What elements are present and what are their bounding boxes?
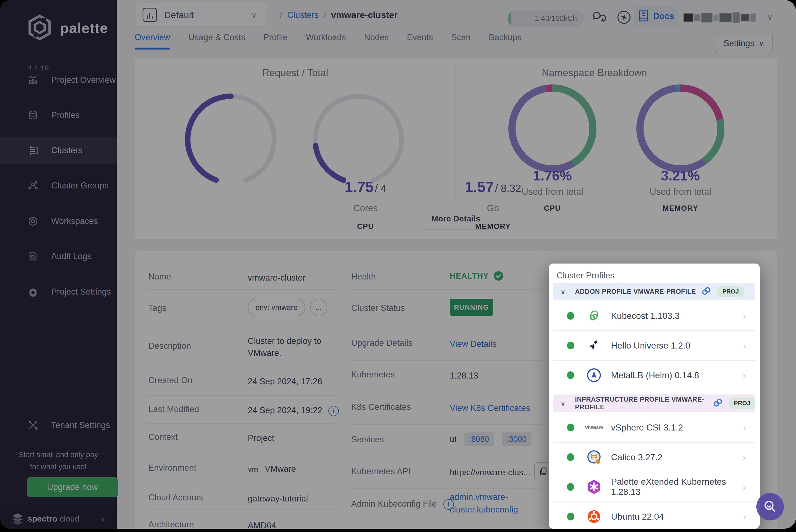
proj-badge: PROJ (717, 286, 744, 297)
chevron-right-icon: › (743, 452, 746, 463)
kubecost-icon (586, 308, 602, 323)
chevron-right-icon: › (743, 310, 746, 321)
app-window: palette 4.4.19 Project Overview Profiles (0, 0, 796, 529)
hello-universe-icon (586, 338, 602, 353)
profile-layer-row-palette-extended-kubernetes[interactable]: Palette eXtended Kubernetes 1.28.13 › (553, 473, 755, 501)
status-dot (567, 513, 574, 520)
ubuntu-icon (586, 509, 602, 524)
profile-layer-label: Hello Universe 1.2.0 (611, 341, 690, 351)
chevron-right-icon: › (743, 422, 746, 433)
status-dot (567, 342, 574, 349)
cluster-profiles-title: Cluster Profiles (557, 271, 614, 281)
addon-profile-header[interactable]: ∨ ADDON PROFILE VMWARE-PROFILE PROJ (553, 283, 755, 300)
status-dot (567, 424, 574, 431)
infrastructure-profile-header-text: INFRASTRUCTURE PROFILE VMWARE-PROFILE (575, 396, 707, 411)
status-dot (567, 372, 574, 379)
profile-layer-row-kubecost[interactable]: Kubecost 1.103.3 › (553, 302, 755, 329)
palette-extended-kubernetes-icon (586, 479, 602, 495)
link-icon (713, 398, 723, 409)
profile-layer-row-ubuntu[interactable]: Ubuntu 22.04 › (553, 503, 755, 529)
profile-layer-label: Kubecost 1.103.3 (611, 311, 680, 321)
status-dot (567, 483, 574, 491)
profile-layer-label: MetalLB (Helm) 0.14.8 (611, 370, 699, 380)
chevron-down-icon: ∨ (560, 287, 566, 296)
profile-layer-label: vSphere CSI 3.1.2 (611, 422, 683, 433)
help-search-fab[interactable] (756, 493, 784, 520)
addon-profile-header-text: ADDON PROFILE VMWARE-PROFILE (575, 288, 696, 296)
chevron-down-icon: ∨ (560, 399, 566, 408)
profile-layer-label: Palette eXtended Kubernetes 1.28.13 (611, 477, 755, 497)
status-dot (567, 453, 574, 461)
chevron-right-icon: › (743, 482, 746, 492)
calico-icon (586, 450, 602, 465)
profile-layer-row-calico[interactable]: Calico 3.27.2 › (553, 443, 755, 471)
proj-badge: PROJ (729, 398, 755, 409)
profile-layer-row-metallb[interactable]: MetalLB (Helm) 0.14.8 › (553, 361, 755, 389)
chevron-right-icon: › (743, 340, 746, 351)
profile-layer-label: Calico 3.27.2 (611, 452, 663, 462)
link-icon (701, 286, 711, 297)
chevron-right-icon: › (743, 511, 746, 522)
profile-layer-label: Ubuntu 22.04 (611, 512, 664, 522)
profile-layer-row-hello-universe[interactable]: Hello Universe 1.2.0 › (553, 332, 755, 359)
cluster-profiles-panel: Cluster Profiles ∨ ADDON PROFILE VMWARE-… (549, 264, 760, 529)
vmware-logo: vmware (586, 420, 602, 435)
status-dot (567, 312, 574, 320)
infrastructure-profile-header[interactable]: ∨ INFRASTRUCTURE PROFILE VMWARE-PROFILE … (553, 395, 755, 412)
profile-layer-row-vsphere-csi[interactable]: vmware vSphere CSI 3.1.2 › (553, 414, 755, 441)
chevron-right-icon: › (743, 370, 746, 381)
metallb-icon (586, 367, 602, 383)
search-icon (762, 499, 778, 514)
